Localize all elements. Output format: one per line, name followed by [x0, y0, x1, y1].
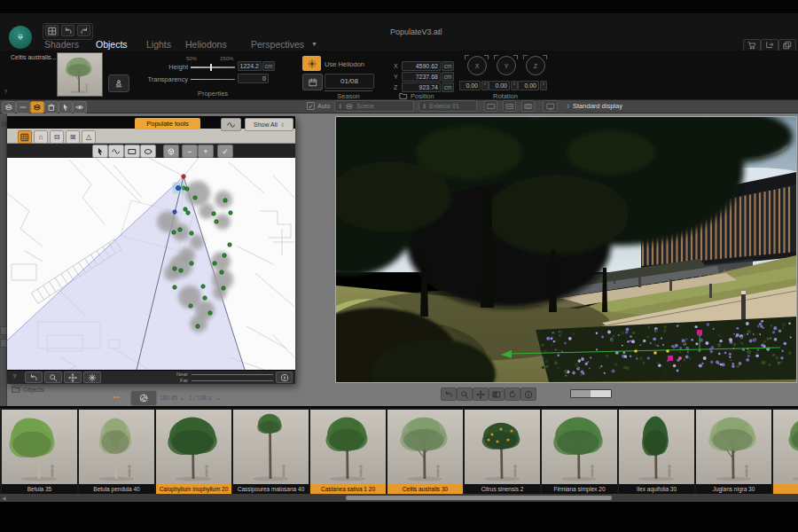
- season-date-field[interactable]: 01/08: [325, 74, 374, 89]
- stepper-up-icon[interactable]: ▴: [181, 395, 184, 401]
- sidebar-tool-button[interactable]: [0, 339, 7, 348]
- catalog-item[interactable]: Cassipourea malosana 40: [233, 410, 309, 494]
- camera-dropdown[interactable]: ⇕ Exterior 01: [419, 100, 477, 112]
- height-slider-handle[interactable]: [210, 64, 212, 71]
- near-slider[interactable]: [192, 374, 273, 375]
- plant-dot[interactable]: [184, 207, 187, 211]
- auto-checkbox[interactable]: ✓ Auto: [307, 102, 330, 110]
- plant-dot[interactable]: [208, 311, 212, 315]
- 2d-undo-button[interactable]: [25, 372, 43, 383]
- plant-dot[interactable]: [220, 270, 223, 274]
- remove-button[interactable]: [16, 101, 30, 113]
- sidebar-tool-button[interactable]: [0, 326, 7, 335]
- filmstrip-scroll-thumb[interactable]: [346, 496, 612, 500]
- position-z-field[interactable]: 923.74: [402, 82, 441, 92]
- plant-dot[interactable]: [189, 304, 192, 308]
- ellipse-tool-button[interactable]: [140, 145, 156, 158]
- tab-perspectives[interactable]: Perspectives: [251, 39, 304, 50]
- axon-view-button[interactable]: △: [82, 130, 96, 144]
- catalog-item[interactable]: Castanea sativa 1 20: [310, 410, 386, 494]
- path-anchor-dot[interactable]: [173, 210, 176, 214]
- quad-view-button[interactable]: ⊞: [66, 130, 80, 144]
- height-value-field[interactable]: 1224.2: [238, 61, 262, 71]
- iso-value[interactable]: 180 45: [160, 395, 177, 401]
- tab-heliodons[interactable]: Heliodons: [185, 39, 227, 50]
- use-heliodon-button[interactable]: [302, 56, 321, 71]
- tab-shaders[interactable]: Shaders: [44, 39, 79, 50]
- display-size-button[interactable]: [543, 100, 558, 112]
- 3d-undo-button[interactable]: [441, 387, 457, 401]
- path-mode-button[interactable]: [221, 118, 241, 131]
- aspect-ratio-button[interactable]: [521, 100, 535, 112]
- 3d-zoom-button[interactable]: [457, 387, 473, 401]
- rotation-x-field[interactable]: 0.00: [459, 81, 481, 90]
- scene-dropdown[interactable]: ⇕ Scene: [334, 100, 414, 112]
- 3d-pan-button[interactable]: [473, 387, 489, 401]
- plant-dot[interactable]: [203, 296, 207, 300]
- plant-dot[interactable]: [196, 325, 200, 328]
- plant-dot[interactable]: [213, 262, 216, 265]
- catalog-item[interactable]: Ilex aquifolia 30: [619, 410, 694, 494]
- rotation-y-field[interactable]: 0.00: [489, 81, 510, 90]
- plant-dot[interactable]: [229, 211, 232, 215]
- layers-button[interactable]: [2, 101, 16, 113]
- tab-objects[interactable]: Objects: [96, 39, 128, 50]
- show-all-dropdown[interactable]: Show All⇕: [245, 118, 293, 131]
- objects-list-peek[interactable]: Objects: [12, 385, 44, 394]
- gizmo-handle[interactable]: [697, 330, 702, 335]
- elevation-view-button[interactable]: ⌂: [34, 130, 48, 144]
- curve-tool-button[interactable]: [108, 145, 124, 158]
- tab-lights[interactable]: Lights: [146, 39, 171, 50]
- plant-dot[interactable]: [223, 254, 226, 257]
- app-logo-icon[interactable]: [9, 26, 32, 49]
- duplicate-button[interactable]: [778, 39, 796, 51]
- undo-button[interactable]: [61, 25, 74, 36]
- split-view-button[interactable]: ⊟: [50, 130, 64, 144]
- transparency-value-field[interactable]: 0: [238, 74, 269, 83]
- plant-dot[interactable]: [223, 199, 227, 202]
- plant-dot[interactable]: [228, 243, 231, 246]
- plant-dot[interactable]: [185, 187, 189, 191]
- position-x-field[interactable]: 4590.62: [402, 61, 441, 71]
- plant-dot[interactable]: [178, 228, 182, 231]
- 3d-info-button[interactable]: [520, 387, 536, 401]
- rectangle-tool-button[interactable]: [124, 145, 140, 158]
- height-slider[interactable]: [191, 66, 235, 68]
- rotation-dial-x[interactable]: X: [467, 56, 487, 75]
- 2d-pan-button[interactable]: [64, 372, 82, 383]
- rotation-dial-z[interactable]: Z: [526, 56, 545, 75]
- object-preview-thumbnail[interactable]: [57, 52, 103, 97]
- aspect-fit-button[interactable]: [503, 100, 516, 112]
- rotation-z-field[interactable]: 0.00: [518, 81, 539, 90]
- catalog-item[interactable]: Citrus sinensis 2: [465, 410, 540, 494]
- grid-view-button[interactable]: [45, 25, 59, 36]
- populate-tools-button[interactable]: Populate tools: [135, 118, 200, 129]
- shutter-value[interactable]: 1 / 108 s: [189, 395, 211, 401]
- 2d-fit-button[interactable]: [83, 372, 101, 383]
- camera-position-dot[interactable]: [182, 175, 186, 179]
- active-layer-button[interactable]: [30, 101, 44, 113]
- help-button[interactable]: ?: [4, 88, 7, 96]
- plant-dot[interactable]: [190, 262, 193, 265]
- gizmo-handle[interactable]: [668, 356, 673, 361]
- catalog-item[interactable]: Juglans nigra 30: [696, 410, 771, 494]
- 3d-zoom-slider[interactable]: [570, 389, 612, 398]
- plant-dot[interactable]: [190, 231, 193, 235]
- display-mode-dropdown[interactable]: ⇕ Standard display: [566, 102, 622, 110]
- plant-dot[interactable]: [173, 286, 176, 289]
- catalog-item[interactable]: Betula pendula 40: [79, 410, 154, 494]
- 2d-zoom-button[interactable]: [44, 372, 62, 383]
- plan-view-button[interactable]: [18, 130, 32, 144]
- 2d-help-button[interactable]: ?: [12, 372, 16, 380]
- export-button[interactable]: [761, 39, 778, 51]
- plant-dot[interactable]: [172, 231, 176, 234]
- plant-dot[interactable]: [193, 196, 197, 200]
- catalog-item[interactable]: Betula 35: [2, 410, 77, 494]
- 2d-compass-button[interactable]: [276, 372, 293, 383]
- add-plant-button[interactable]: +: [198, 145, 214, 158]
- visibility-button[interactable]: [73, 101, 87, 113]
- aspect-free-button[interactable]: [484, 100, 497, 112]
- 3d-orbit-button[interactable]: [505, 387, 520, 401]
- catalog-item[interactable]: Celtis australis 30: [387, 410, 463, 494]
- 2d-plan-canvas[interactable]: [7, 158, 295, 370]
